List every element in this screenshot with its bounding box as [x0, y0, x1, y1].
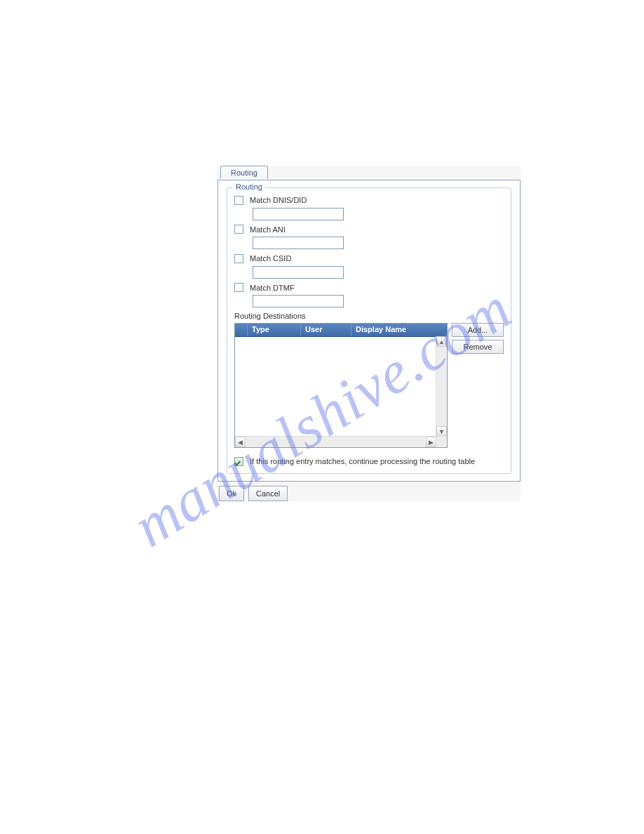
remove-button[interactable]: Remove	[452, 340, 504, 354]
match-dnis-label: Match DNIS/DID	[250, 196, 307, 204]
grid-header: Type User Display Name	[235, 324, 447, 337]
scrollbar-corner	[436, 437, 447, 447]
grid-horizontal-scrollbar[interactable]: ◀ ▶	[235, 436, 447, 447]
scroll-down-icon[interactable]: ▼	[436, 426, 447, 437]
continue-processing-label: If this routing entry matches, continue …	[250, 457, 475, 465]
match-csid-input[interactable]	[253, 266, 344, 279]
match-csid-checkbox[interactable]	[234, 254, 243, 263]
match-ani-label: Match ANI	[250, 225, 286, 234]
match-dtmf-label: Match DTMF	[250, 284, 295, 292]
destinations-grid[interactable]: Type User Display Name ▲ ▼ ◀ ▶	[234, 323, 448, 448]
routing-dialog: Routing Routing Match DNIS/DID Match ANI…	[217, 166, 521, 501]
scroll-right-icon[interactable]: ▶	[426, 437, 436, 447]
fieldset-legend: Routing	[233, 183, 265, 191]
scroll-left-icon[interactable]: ◀	[235, 437, 246, 447]
routing-destinations-label: Routing Destinations	[234, 312, 504, 320]
grid-header-user[interactable]: User	[301, 324, 351, 336]
grid-header-type[interactable]: Type	[248, 324, 301, 336]
match-dnis-row: Match DNIS/DID	[234, 195, 504, 205]
routing-destinations-area: Type User Display Name ▲ ▼ ◀ ▶	[234, 323, 504, 448]
ok-button[interactable]: Ok	[219, 486, 244, 501]
add-button[interactable]: Add...	[452, 323, 504, 337]
match-dtmf-checkbox[interactable]	[234, 283, 243, 292]
grid-vertical-scrollbar[interactable]: ▲ ▼	[436, 336, 447, 437]
continue-processing-row: If this routing entry matches, continue …	[234, 456, 504, 466]
destinations-button-column: Add... Remove	[452, 323, 504, 448]
scroll-up-icon[interactable]: ▲	[436, 336, 447, 347]
tab-routing[interactable]: Routing	[220, 166, 268, 179]
grid-header-display-name[interactable]: Display Name	[351, 324, 447, 336]
cancel-button[interactable]: Cancel	[248, 486, 288, 501]
grid-header-selector	[235, 324, 248, 336]
match-dnis-checkbox[interactable]	[234, 196, 243, 205]
routing-fieldset: Routing Match DNIS/DID Match ANI Match C…	[227, 187, 511, 474]
match-dnis-input[interactable]	[253, 208, 344, 220]
match-ani-row: Match ANI	[234, 225, 504, 234]
match-csid-label: Match CSID	[250, 254, 291, 263]
match-ani-input[interactable]	[253, 237, 344, 249]
dialog-button-row: Ok Cancel	[217, 482, 521, 501]
routing-panel: Routing Match DNIS/DID Match ANI Match C…	[217, 180, 521, 482]
tab-bar: Routing	[217, 166, 521, 180]
match-dtmf-row: Match DTMF	[234, 283, 504, 293]
match-csid-row: Match CSID	[234, 253, 504, 263]
continue-processing-checkbox[interactable]	[234, 457, 243, 466]
match-dtmf-input[interactable]	[253, 295, 344, 307]
match-ani-checkbox[interactable]	[234, 225, 243, 234]
